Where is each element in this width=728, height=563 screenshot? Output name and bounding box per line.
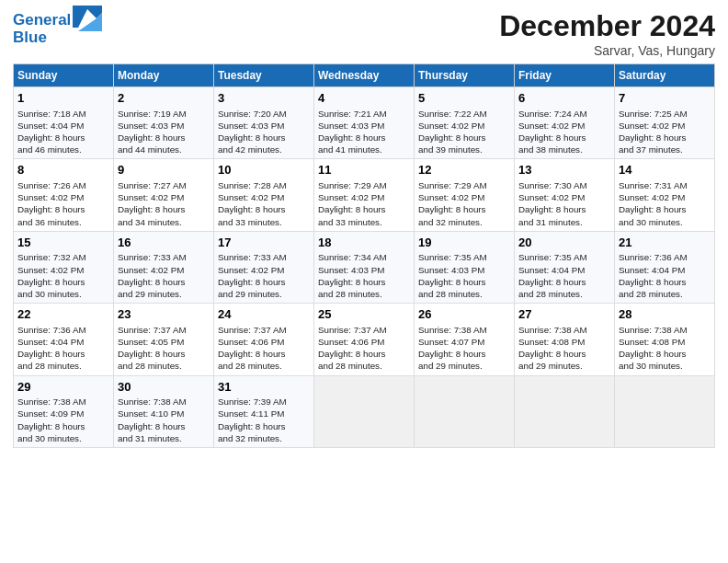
calendar-cell <box>615 375 715 447</box>
day-number: 12 <box>418 162 510 178</box>
day-info: Sunrise: 7:39 AM Sunset: 4:11 PM Dayligh… <box>218 396 310 444</box>
col-header-monday: Monday <box>114 64 214 87</box>
calendar-cell: 10Sunrise: 7:28 AM Sunset: 4:02 PM Dayli… <box>214 159 314 231</box>
logo: General Blue <box>13 9 102 45</box>
day-info: Sunrise: 7:37 AM Sunset: 4:06 PM Dayligh… <box>218 324 310 373</box>
location-subtitle: Sarvar, Vas, Hungary <box>499 43 715 58</box>
day-number: 5 <box>418 90 510 107</box>
day-number: 20 <box>518 235 610 251</box>
day-number: 30 <box>118 379 210 396</box>
calendar-cell: 24Sunrise: 7:37 AM Sunset: 4:06 PM Dayli… <box>214 304 314 375</box>
day-number: 22 <box>17 306 109 323</box>
calendar-cell: 7Sunrise: 7:25 AM Sunset: 4:02 PM Daylig… <box>615 87 715 159</box>
day-info: Sunrise: 7:35 AM Sunset: 4:03 PM Dayligh… <box>418 251 510 300</box>
day-number: 21 <box>619 235 711 251</box>
calendar-cell: 16Sunrise: 7:33 AM Sunset: 4:02 PM Dayli… <box>114 231 214 303</box>
day-number: 10 <box>218 162 310 178</box>
month-title: December 2024 <box>499 9 715 43</box>
day-info: Sunrise: 7:29 AM Sunset: 4:02 PM Dayligh… <box>318 179 410 228</box>
calendar-week-2: 8Sunrise: 7:26 AM Sunset: 4:02 PM Daylig… <box>14 159 715 231</box>
day-number: 15 <box>17 235 109 251</box>
logo-icon <box>73 6 102 31</box>
logo-text: General <box>13 12 71 29</box>
day-number: 9 <box>118 162 210 178</box>
calendar-cell: 19Sunrise: 7:35 AM Sunset: 4:03 PM Dayli… <box>415 231 515 303</box>
day-info: Sunrise: 7:20 AM Sunset: 4:03 PM Dayligh… <box>218 108 310 156</box>
day-number: 23 <box>118 306 210 323</box>
calendar-cell: 6Sunrise: 7:24 AM Sunset: 4:02 PM Daylig… <box>515 87 615 159</box>
day-number: 13 <box>518 162 610 178</box>
day-number: 25 <box>318 306 410 323</box>
header: General Blue December 2024 Sarvar, Vas, … <box>13 9 715 58</box>
calendar-cell: 8Sunrise: 7:26 AM Sunset: 4:02 PM Daylig… <box>14 159 114 231</box>
day-info: Sunrise: 7:32 AM Sunset: 4:02 PM Dayligh… <box>17 251 109 300</box>
calendar-week-3: 15Sunrise: 7:32 AM Sunset: 4:02 PM Dayli… <box>14 231 715 303</box>
day-number: 3 <box>218 90 310 107</box>
calendar-cell: 23Sunrise: 7:37 AM Sunset: 4:05 PM Dayli… <box>114 304 214 375</box>
day-info: Sunrise: 7:38 AM Sunset: 4:08 PM Dayligh… <box>518 324 610 373</box>
calendar-cell: 11Sunrise: 7:29 AM Sunset: 4:02 PM Dayli… <box>314 159 415 231</box>
calendar-cell: 3Sunrise: 7:20 AM Sunset: 4:03 PM Daylig… <box>214 87 314 159</box>
day-info: Sunrise: 7:38 AM Sunset: 4:08 PM Dayligh… <box>619 324 711 373</box>
calendar-cell: 15Sunrise: 7:32 AM Sunset: 4:02 PM Dayli… <box>14 231 114 303</box>
day-number: 18 <box>318 235 410 251</box>
day-info: Sunrise: 7:28 AM Sunset: 4:02 PM Dayligh… <box>218 179 310 228</box>
calendar-cell: 17Sunrise: 7:33 AM Sunset: 4:02 PM Dayli… <box>214 231 314 303</box>
day-number: 11 <box>318 162 410 178</box>
col-header-thursday: Thursday <box>415 64 515 87</box>
day-info: Sunrise: 7:18 AM Sunset: 4:04 PM Dayligh… <box>17 108 109 156</box>
day-number: 31 <box>218 379 310 396</box>
day-info: Sunrise: 7:34 AM Sunset: 4:03 PM Dayligh… <box>318 251 410 300</box>
day-info: Sunrise: 7:25 AM Sunset: 4:02 PM Dayligh… <box>619 108 711 156</box>
day-number: 28 <box>619 306 711 323</box>
day-number: 27 <box>518 306 610 323</box>
calendar-cell: 18Sunrise: 7:34 AM Sunset: 4:03 PM Dayli… <box>314 231 415 303</box>
day-number: 29 <box>17 379 109 396</box>
day-number: 6 <box>518 90 610 107</box>
day-number: 17 <box>218 235 310 251</box>
col-header-tuesday: Tuesday <box>214 64 314 87</box>
day-info: Sunrise: 7:37 AM Sunset: 4:06 PM Dayligh… <box>318 324 410 373</box>
calendar-cell <box>515 375 615 447</box>
day-info: Sunrise: 7:36 AM Sunset: 4:04 PM Dayligh… <box>619 251 711 300</box>
calendar-cell: 29Sunrise: 7:38 AM Sunset: 4:09 PM Dayli… <box>14 375 114 447</box>
col-header-friday: Friday <box>515 64 615 87</box>
day-info: Sunrise: 7:37 AM Sunset: 4:05 PM Dayligh… <box>118 324 210 373</box>
calendar-cell: 14Sunrise: 7:31 AM Sunset: 4:02 PM Dayli… <box>615 159 715 231</box>
day-info: Sunrise: 7:27 AM Sunset: 4:02 PM Dayligh… <box>118 179 210 228</box>
logo-line2: Blue <box>13 29 102 45</box>
day-info: Sunrise: 7:33 AM Sunset: 4:02 PM Dayligh… <box>118 251 210 300</box>
calendar-cell: 25Sunrise: 7:37 AM Sunset: 4:06 PM Dayli… <box>314 304 415 375</box>
day-number: 4 <box>318 90 410 107</box>
col-header-saturday: Saturday <box>615 64 715 87</box>
day-info: Sunrise: 7:26 AM Sunset: 4:02 PM Dayligh… <box>17 179 109 228</box>
calendar-cell: 26Sunrise: 7:38 AM Sunset: 4:07 PM Dayli… <box>415 304 515 375</box>
day-number: 7 <box>619 90 711 107</box>
day-info: Sunrise: 7:31 AM Sunset: 4:02 PM Dayligh… <box>619 179 711 228</box>
day-info: Sunrise: 7:38 AM Sunset: 4:07 PM Dayligh… <box>418 324 510 373</box>
day-number: 2 <box>118 90 210 107</box>
calendar-cell: 9Sunrise: 7:27 AM Sunset: 4:02 PM Daylig… <box>114 159 214 231</box>
calendar-cell: 2Sunrise: 7:19 AM Sunset: 4:03 PM Daylig… <box>114 87 214 159</box>
calendar-header-row: SundayMondayTuesdayWednesdayThursdayFrid… <box>14 64 715 87</box>
day-info: Sunrise: 7:21 AM Sunset: 4:03 PM Dayligh… <box>318 108 410 156</box>
day-info: Sunrise: 7:38 AM Sunset: 4:10 PM Dayligh… <box>118 396 210 444</box>
calendar-cell: 1Sunrise: 7:18 AM Sunset: 4:04 PM Daylig… <box>14 87 114 159</box>
calendar-cell: 5Sunrise: 7:22 AM Sunset: 4:02 PM Daylig… <box>415 87 515 159</box>
calendar-cell: 31Sunrise: 7:39 AM Sunset: 4:11 PM Dayli… <box>214 375 314 447</box>
day-number: 8 <box>17 162 109 178</box>
day-number: 19 <box>418 235 510 251</box>
day-info: Sunrise: 7:29 AM Sunset: 4:02 PM Dayligh… <box>418 179 510 228</box>
page-container: General Blue December 2024 Sarvar, Vas, … <box>0 0 728 457</box>
calendar-table: SundayMondayTuesdayWednesdayThursdayFrid… <box>13 63 715 448</box>
calendar-cell: 21Sunrise: 7:36 AM Sunset: 4:04 PM Dayli… <box>615 231 715 303</box>
calendar-week-1: 1Sunrise: 7:18 AM Sunset: 4:04 PM Daylig… <box>14 87 715 159</box>
day-info: Sunrise: 7:30 AM Sunset: 4:02 PM Dayligh… <box>518 179 610 228</box>
title-block: December 2024 Sarvar, Vas, Hungary <box>499 9 715 58</box>
calendar-week-4: 22Sunrise: 7:36 AM Sunset: 4:04 PM Dayli… <box>14 304 715 375</box>
calendar-week-5: 29Sunrise: 7:38 AM Sunset: 4:09 PM Dayli… <box>14 375 715 447</box>
col-header-sunday: Sunday <box>14 64 114 87</box>
day-info: Sunrise: 7:24 AM Sunset: 4:02 PM Dayligh… <box>518 108 610 156</box>
calendar-cell: 13Sunrise: 7:30 AM Sunset: 4:02 PM Dayli… <box>515 159 615 231</box>
day-number: 1 <box>17 90 109 107</box>
